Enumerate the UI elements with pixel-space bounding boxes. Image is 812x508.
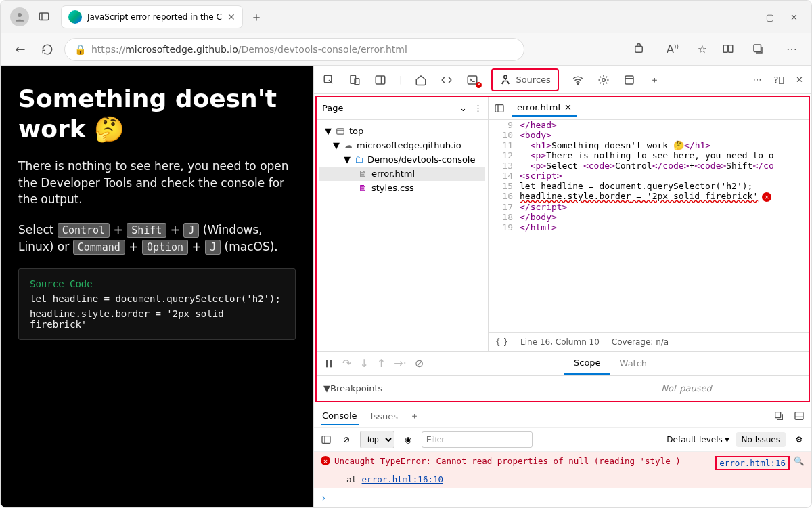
maximize-button[interactable]: ▢ — [766, 12, 774, 22]
split-screen-icon[interactable] — [722, 43, 742, 56]
debugger-controls: ↷ ↓ ↑ →· ⊘ — [317, 352, 564, 375]
braces-icon[interactable]: { } — [495, 337, 508, 347]
shopping-icon[interactable] — [633, 43, 653, 56]
console-error-stack: at error.html:16:10 — [314, 474, 811, 488]
refresh-button[interactable] — [37, 39, 58, 60]
menu-icon[interactable]: ⋯ — [782, 43, 802, 56]
file-icon: 🗎 — [359, 169, 367, 179]
toggle-navigator-icon[interactable] — [493, 102, 506, 115]
coverage-status: Coverage: n/a — [612, 337, 669, 347]
inspect-icon[interactable] — [322, 73, 336, 87]
error-source-link[interactable]: error.html:16 — [719, 458, 786, 468]
close-file-icon[interactable]: ✕ — [564, 102, 572, 112]
help-icon[interactable]: ?⃝ — [773, 75, 784, 85]
drawer-issues-tab[interactable]: Issues — [371, 411, 398, 421]
browser-tab[interactable]: JavaScript error reported in the C ✕ — [62, 6, 242, 28]
url-field[interactable]: 🔒 https://microsoftedge.github.io/Demos/… — [64, 38, 524, 61]
workspaces-icon[interactable] — [33, 6, 55, 28]
new-tab-button[interactable]: ＋ — [250, 9, 263, 25]
collections-icon[interactable] — [752, 43, 772, 56]
context-select[interactable]: top — [360, 431, 394, 448]
lock-icon: 🔒 — [74, 44, 86, 55]
tree-file-error-html[interactable]: 🗎error.html — [319, 167, 485, 181]
file-tree[interactable]: ▼top ▼☁microsoftedge.github.io ▼🗀Demos/d… — [317, 120, 488, 199]
tree-file-styles-css[interactable]: 🗎styles.css — [319, 181, 485, 195]
page-content: Something doesn't work 🤔 There is nothin… — [1, 66, 313, 507]
console-sidebar-icon[interactable] — [319, 433, 333, 446]
file-tab-error-html[interactable]: error.html ✕ — [512, 100, 577, 117]
step-over-icon[interactable]: ↷ — [342, 357, 351, 370]
watch-tab[interactable]: Watch — [610, 353, 656, 374]
minimize-button[interactable]: — — [741, 12, 750, 22]
folder-icon: 🗀 — [355, 154, 363, 165]
tab-title: JavaScript error reported in the C — [87, 12, 222, 22]
console-drawer: Console Issues ＋ ⊘ top ◉ Default levels … — [314, 404, 811, 507]
breakpoints-section[interactable]: ▼ Breakpoints — [317, 376, 564, 401]
frame-icon — [336, 127, 345, 136]
filter-input[interactable] — [422, 431, 533, 448]
step-icon[interactable]: →· — [394, 357, 407, 370]
page-heading: Something doesn't work 🤔 — [18, 83, 296, 144]
drawer-console-tab[interactable]: Console — [321, 407, 359, 425]
elements-tab-icon[interactable] — [440, 73, 453, 87]
read-aloud-icon[interactable]: A)) — [662, 43, 683, 56]
log-levels-dropdown[interactable]: Default levels ▾ — [667, 435, 729, 444]
title-bar: JavaScript error reported in the C ✕ ＋ —… — [1, 1, 811, 33]
svg-rect-17 — [326, 360, 328, 367]
svg-point-13 — [602, 78, 606, 81]
dock-toggle-icon[interactable] — [374, 73, 387, 87]
close-window-button[interactable]: ✕ — [790, 12, 798, 22]
navigator-pane: Page ⌄ ⋮ ▼top ▼☁microsoftedge.github.io … — [317, 97, 489, 351]
sources-tab[interactable]: Sources — [491, 68, 558, 91]
console-tab-icon[interactable]: ✕ — [466, 73, 479, 87]
svg-rect-15 — [337, 128, 344, 133]
code-editor[interactable]: 9</head> 10<body> 11 <h1>Something doesn… — [489, 120, 809, 332]
live-expression-icon[interactable]: ◉ — [401, 433, 415, 446]
more-options-icon[interactable]: ⋮ — [474, 103, 482, 113]
editor-status-bar: { } Line 16, Column 10 Coverage: n/a — [489, 332, 809, 351]
drawer-detach-icon[interactable] — [773, 410, 784, 421]
devtools-menu-icon[interactable]: ⋯ — [752, 75, 761, 85]
svg-rect-4 — [729, 45, 733, 53]
welcome-tab-icon[interactable] — [414, 73, 428, 87]
step-out-icon[interactable]: ↑ — [377, 357, 386, 370]
page-pane-label[interactable]: Page — [322, 103, 343, 113]
svg-rect-21 — [322, 436, 330, 444]
device-emulation-icon[interactable] — [348, 73, 361, 87]
console-settings-icon[interactable]: ⚙ — [792, 433, 806, 446]
network-tab-icon[interactable] — [571, 73, 585, 87]
favorite-icon[interactable]: ☆ — [692, 43, 713, 56]
console-error-message[interactable]: ✕ Uncaught TypeError: Cannot read proper… — [314, 452, 811, 474]
svg-rect-16 — [495, 104, 503, 112]
devtools-close-icon[interactable]: ✕ — [796, 75, 803, 85]
pause-icon[interactable] — [323, 358, 334, 369]
devtools-panel: | ✕ Sources ＋ ⋯ ?⃝ ✕ — [313, 66, 811, 507]
cursor-position: Line 16, Column 10 — [520, 337, 600, 347]
drawer-add-tab-icon[interactable]: ＋ — [410, 410, 419, 422]
source-code-box: Source Code let headline = document.quer… — [18, 268, 296, 340]
application-tab-icon[interactable] — [623, 73, 636, 87]
profile-avatar[interactable] — [10, 7, 29, 26]
not-paused-label: Not paused — [564, 376, 809, 401]
chevron-down-icon[interactable]: ⌄ — [459, 103, 467, 113]
search-icon[interactable]: 🔍 — [794, 456, 805, 470]
scope-tab[interactable]: Scope — [564, 352, 610, 375]
step-into-icon[interactable]: ↓ — [359, 357, 368, 370]
svg-point-12 — [577, 83, 579, 85]
tab-close-icon[interactable]: ✕ — [227, 12, 235, 22]
file-icon: 🗎 — [359, 183, 367, 193]
deactivate-breakpoints-icon[interactable]: ⊘ — [415, 357, 424, 370]
svg-rect-20 — [795, 412, 803, 420]
svg-rect-2 — [635, 46, 643, 52]
no-issues-badge[interactable]: No Issues — [736, 432, 786, 447]
svg-point-0 — [18, 13, 22, 17]
performance-tab-icon[interactable] — [597, 73, 610, 87]
page-paragraph-2: Select Control + Shift + J (Windows, Lin… — [18, 221, 296, 255]
drawer-dock-icon[interactable] — [794, 410, 805, 421]
clear-console-icon[interactable]: ⊘ — [340, 433, 353, 446]
error-marker-icon[interactable]: ✕ — [762, 192, 771, 202]
more-tabs-icon[interactable]: ＋ — [648, 73, 662, 87]
stack-link[interactable]: error.html:16:10 — [362, 474, 443, 484]
console-prompt[interactable]: › — [314, 488, 811, 507]
back-button[interactable]: ← — [10, 39, 30, 60]
